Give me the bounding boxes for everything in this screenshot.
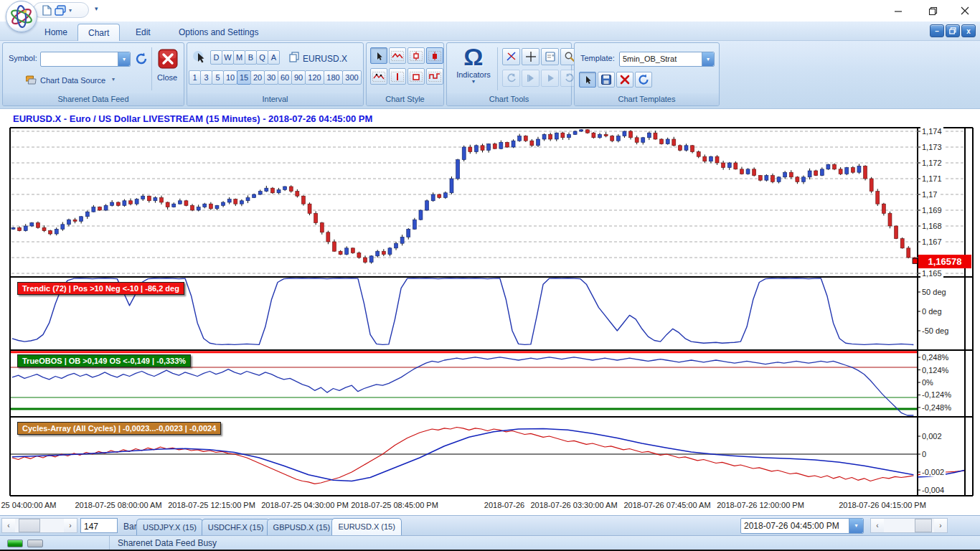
indicator-label-badge[interactable]: Cycles-Array (All Cycles) | -0,0023...-0…	[17, 422, 221, 435]
template-save-icon[interactable]	[598, 72, 615, 88]
close-button-label[interactable]: Close	[157, 73, 177, 82]
price-axis-tick: 1,167	[920, 237, 943, 246]
scrollbar-thumb[interactable]	[915, 519, 932, 532]
interval-button-q[interactable]: Q	[256, 50, 268, 65]
symbol-pages-icon	[289, 52, 300, 62]
template-select-icon[interactable]	[579, 72, 596, 88]
interval-button-90[interactable]: 90	[291, 70, 306, 85]
symbol-tab-gbpusd[interactable]: GBPUSD.X (15)	[267, 519, 336, 536]
refresh-symbol-icon[interactable]	[135, 52, 148, 65]
chart-h-scrollbar[interactable]: ‹ ›	[1, 518, 77, 533]
interval-button-20[interactable]: 20	[250, 70, 265, 85]
time-h-scrollbar[interactable]: ‹ ›	[870, 518, 948, 533]
chart-window-minimize-button[interactable]: –	[930, 24, 944, 37]
symbol-tab-eurusd[interactable]: EURUSD.X (15)	[331, 518, 401, 536]
template-combobox[interactable]: 5min_OB_Strat ▾	[619, 52, 715, 67]
ribbon-tab-row: HomeChartEditOptions and Settings – x	[0, 22, 980, 41]
close-chart-icon[interactable]	[158, 49, 178, 69]
symbol-value[interactable]	[41, 52, 118, 66]
datetime-combobox[interactable]: 2018-07-26 04:45:00 PM ▾	[740, 518, 864, 534]
scroll-right-icon[interactable]: ›	[64, 519, 77, 532]
template-value[interactable]: 5min_OB_Strat	[620, 52, 702, 66]
group-caption: Sharenet Data Feed	[3, 93, 184, 105]
ribbon-tab-chart[interactable]: Chart	[77, 24, 120, 41]
template-delete-icon[interactable]	[616, 72, 633, 88]
data-window-tool-icon[interactable]	[541, 48, 559, 65]
interval-button-1[interactable]: 1	[189, 70, 201, 85]
indicators-button[interactable]: Ω Indicators ▼	[453, 43, 494, 84]
window-minimize-button[interactable]	[887, 4, 909, 17]
line-chart-style-icon[interactable]	[389, 47, 406, 64]
interval-button-300[interactable]: 300	[342, 70, 362, 85]
trendline-tool-icon[interactable]	[502, 48, 520, 65]
ribbon-tab-edit[interactable]: Edit	[126, 24, 161, 41]
interval-button-10[interactable]: 10	[223, 70, 237, 85]
scrollbar-track[interactable]	[15, 519, 64, 532]
symbol-label: Symbol:	[9, 54, 37, 62]
crosshair-tool-icon[interactable]	[522, 48, 540, 65]
app-logo[interactable]	[6, 1, 37, 32]
interval-button-m[interactable]: M	[233, 50, 245, 65]
chart-data-source-dropdown-icon[interactable]: ▾	[112, 76, 115, 83]
scroll-left-icon[interactable]: ‹	[2, 519, 15, 532]
interval-button-15[interactable]: 15	[237, 70, 251, 85]
bars-count-input[interactable]	[80, 518, 118, 533]
ribbon: Symbol: ▾ Close Chart Data Source ▾	[0, 41, 980, 109]
ribbon-tab-options-and-settings[interactable]: Options and Settings	[169, 24, 268, 41]
chart-window-close-button[interactable]: x	[961, 24, 976, 37]
interval-button-5[interactable]: 5	[212, 70, 224, 85]
interval-button-3[interactable]: 3	[200, 70, 212, 85]
customize-toolbar-icon[interactable]: ▾	[95, 5, 98, 12]
template-dropdown-icon[interactable]: ▾	[702, 52, 714, 66]
status-bar: Sharenet Data Feed Busy	[0, 535, 980, 550]
hollow-candle-style-icon[interactable]	[407, 47, 425, 64]
group-caption: Chart Style	[367, 93, 443, 105]
play-icon[interactable]	[541, 70, 559, 87]
chart-window-restore-button[interactable]	[946, 24, 960, 37]
chart-data-source-button[interactable]: Chart Data Source	[40, 76, 105, 85]
box-style-icon[interactable]	[407, 68, 425, 85]
trendic-axis-tick: 0 deg	[920, 307, 943, 316]
scroll-right-icon[interactable]: ›	[934, 519, 947, 532]
cycles-axis-tick: 0,002	[920, 432, 943, 441]
cascade-windows-icon[interactable]	[55, 5, 66, 16]
ribbon-tab-home[interactable]: Home	[34, 24, 77, 41]
symbol-dropdown-icon[interactable]: ▾	[118, 52, 130, 66]
new-document-icon[interactable]	[42, 5, 52, 16]
interval-button-d[interactable]: D	[210, 50, 222, 65]
interval-button-120[interactable]: 120	[305, 70, 324, 85]
window-restore-button[interactable]	[922, 4, 943, 17]
datetime-value[interactable]: 2018-07-26 04:45:00 PM	[741, 519, 849, 533]
interval-button-b[interactable]: B	[245, 50, 257, 65]
step-back-icon[interactable]	[502, 70, 520, 87]
window-close-button[interactable]	[954, 4, 976, 17]
pointer-select-icon[interactable]	[370, 47, 387, 64]
scrollbar-track[interactable]	[884, 519, 934, 532]
step-line-style-icon[interactable]	[426, 68, 443, 85]
chart-canvas[interactable]	[0, 109, 980, 515]
symbol-tab-usdchf[interactable]: USDCHF.X (15)	[202, 519, 270, 536]
group-caption: Chart Tools	[447, 93, 571, 105]
time-axis-tick: 2018-07-25 04:30:00 PM	[261, 501, 349, 509]
template-refresh-icon[interactable]	[635, 72, 652, 88]
group-divider	[151, 47, 152, 90]
bar-style-icon[interactable]	[389, 68, 406, 85]
pointer-select-icon[interactable]	[192, 50, 207, 65]
play-pause-icon[interactable]	[522, 70, 540, 87]
indicator-label-badge[interactable]: Trendic (72) | Pos >10 Neg <-10 | -86,2 …	[17, 282, 184, 295]
indicator-label-badge[interactable]: TrueOBOS | OB >0,149 OS <-0,149 | -0,333…	[17, 354, 191, 367]
datetime-dropdown-icon[interactable]: ▾	[849, 519, 863, 533]
symbol-tab-usdjpy[interactable]: USDJPY.X (15)	[136, 519, 203, 536]
interval-button-60[interactable]: 60	[278, 70, 292, 85]
interval-button-w[interactable]: W	[222, 50, 234, 65]
symbol-combobox[interactable]: ▾	[40, 52, 131, 67]
group-chart-style: Chart Style	[366, 42, 444, 106]
quick-access-dropdown-icon[interactable]: ▾	[69, 7, 72, 14]
interval-button-30[interactable]: 30	[264, 70, 278, 85]
dot-line-style-icon[interactable]	[370, 68, 387, 85]
interval-button-a[interactable]: A	[268, 50, 280, 65]
filled-candle-style-icon[interactable]	[426, 47, 443, 64]
interval-button-180[interactable]: 180	[324, 70, 343, 85]
scroll-left-icon[interactable]: ‹	[871, 519, 884, 532]
scrollbar-thumb[interactable]	[19, 519, 40, 532]
